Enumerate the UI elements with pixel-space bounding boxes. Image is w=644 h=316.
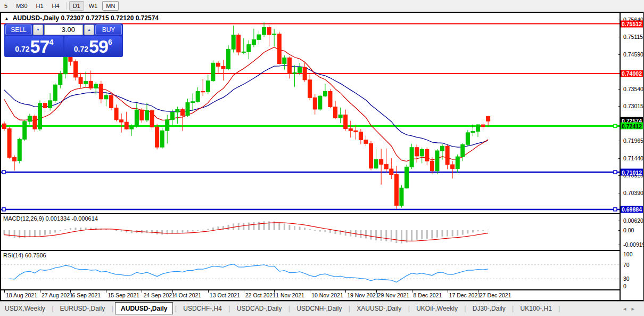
hline-handle[interactable] [614,171,617,174]
rsi-line [10,264,489,282]
rsi-title: RSI(14) 60.7506 [3,252,46,258]
price-label-0.69884: 0.69884 [621,206,643,213]
date-label: 29 Nov 2021 [378,292,410,298]
date-tick [412,290,412,293]
price-label-0.71012: 0.71012 [621,169,643,176]
tab-separator: | [347,305,352,312]
macd-axis-tick-label: 0.006201 [623,217,644,224]
chart-tab-usdcnh-daily[interactable]: USDCNH-,Daily [292,302,346,314]
chart-tab-uk100-h1[interactable]: UK100-,H1 [516,302,557,314]
timeframe-button-d1[interactable]: D1 [69,1,84,11]
chart-tab-usdcad-daily[interactable]: USDCAD-,Daily [232,302,287,314]
volume-decrease-button[interactable]: ▼ [33,25,43,35]
date-label: 8 Dec 2021 [414,292,442,298]
hline-handle[interactable] [614,208,617,211]
chart-tab-usdchf-h4[interactable]: USDCHF-,H4 [178,302,227,314]
date-label: 6 Sep 2021 [72,292,101,298]
date-tick [40,290,40,293]
price-axis[interactable]: 0.756400.751150.745900.735400.730150.719… [621,13,643,300]
chart-tab-audusd-daily[interactable]: AUDUSD-,Daily [115,302,173,314]
price-axis-tick-label: 0.74590 [623,51,643,58]
tab-separator: | [227,305,232,312]
date-tick [4,290,5,293]
tab-scroll-right-icon[interactable]: ▸ [631,305,640,312]
volume-input[interactable]: 3.00 [44,25,83,35]
price-label-0.72412: 0.72412 [621,123,643,129]
timeframe-button-m30[interactable]: M30 [12,1,31,11]
price-axis-tick [618,193,621,193]
chart-tab-dj30-daily[interactable]: DJ30-,Daily [468,302,510,314]
price-axis-tick [618,158,621,159]
hline-handle[interactable] [2,171,5,174]
price-axis-tick-label: 0.75115 [623,34,643,40]
date-tick [310,290,310,293]
price-axis-tick-label: 0.71965 [623,137,643,144]
chart-tab-usdx-weekly[interactable]: USDX,Weekly [0,302,50,314]
date-label: 17 Dec 2021 [449,292,481,298]
date-label: 13 Oct 2021 [210,292,240,298]
chart-tab-eurusd-daily[interactable]: EURUSD-,Daily [55,302,110,314]
date-label: 27 Aug 2021 [42,292,73,298]
tab-separator: | [50,305,55,312]
date-label: 10 Nov 2021 [311,292,343,298]
chart-title: ▲ AUDUSD-,Daily 0.72307 0.72715 0.72120 … [4,14,159,22]
hline-handle[interactable] [614,124,617,127]
time-axis[interactable]: 18 Aug 202127 Aug 20216 Sep 202115 Sep 2… [1,290,620,300]
date-tick [448,290,448,293]
sell-price-big: 57 [30,37,49,55]
buy-price-display[interactable]: 0.72 59 6 [64,36,122,56]
rsi-axis-tick-label: 30 [623,276,630,282]
toolbar-separator [66,2,67,10]
tab-separator: | [463,305,468,312]
buy-price-prefix: 0.72 [74,45,88,53]
date-tick [376,290,377,293]
macd-axis-tick-label: 0.00 [623,227,634,233]
date-label: 24 Sep 2021 [143,292,175,298]
price-axis-tick [618,106,621,107]
tab-separator: | [510,305,516,312]
price-axis-tick-label: 0.71440 [623,155,643,161]
collapse-triangle-icon[interactable]: ▲ [4,16,9,21]
price-label-0.75512: 0.75512 [621,20,643,27]
sell-price-sup: 4 [49,38,53,46]
main-chart-panel[interactable]: ▲ AUDUSD-,Daily 0.72307 0.72715 0.72120 … [1,13,620,214]
date-tick [142,290,142,293]
chart-tab-bar: USDX,Weekly | EURUSD-,Daily | AUDUSD-,Da… [0,301,644,316]
timeframe-button-w1[interactable]: W1 [85,1,102,11]
tab-scroll-arrows: ◂▸ [623,305,640,312]
one-click-trading-panel: SELL ▼ 3.00 ▲ BUY 0.72 57 4 0.72 59 6 [4,23,123,57]
timeframe-button-h4[interactable]: H4 [48,1,63,11]
tab-separator: | [286,305,292,312]
macd-indicator-panel[interactable]: MACD(12,26,9) 0.001334 -0.000614 [1,214,620,251]
timeframe-button-5[interactable]: 5 [1,1,11,11]
hline-handle[interactable] [2,208,5,211]
price-axis-tick [618,37,621,37]
rsi-svg [1,251,620,289]
tab-separator: | [557,305,560,312]
price-axis-tick [618,89,621,90]
date-label: 27 Dec 2021 [480,292,511,298]
sell-price-display[interactable]: 0.72 57 4 [5,36,63,56]
date-tick [70,290,71,293]
chart-tab-ukoil-weekly[interactable]: UKOil-,Weekly [411,302,463,314]
macd-axis-tick [618,221,621,221]
date-label: 1 Nov 2021 [276,292,304,298]
arrow-marker[interactable]: ↓ [471,122,474,128]
sell-button[interactable]: SELL [5,25,32,35]
timeframe-button-h1[interactable]: H1 [32,1,47,11]
tab-scroll-left-icon[interactable]: ◂ [623,305,632,312]
timeframe-button-mn[interactable]: MN [102,1,119,11]
macd-axis-tick-label: -0.009197 [623,241,644,248]
tab-separator: | [110,305,115,312]
chart-tab-xauusd-daily[interactable]: XAUUSD-,Daily [352,302,406,314]
rsi-indicator-panel[interactable]: RSI(14) 60.7506 [1,251,620,290]
date-tick [106,290,106,293]
volume-increase-button[interactable]: ▲ [84,25,94,35]
buy-price-sup: 6 [108,38,112,46]
date-tick [345,290,346,293]
date-tick [244,290,244,293]
date-label: 19 Nov 2021 [347,292,379,298]
date-tick [478,290,478,293]
buy-button[interactable]: BUY [95,25,122,35]
macd-signal-line [4,223,488,241]
